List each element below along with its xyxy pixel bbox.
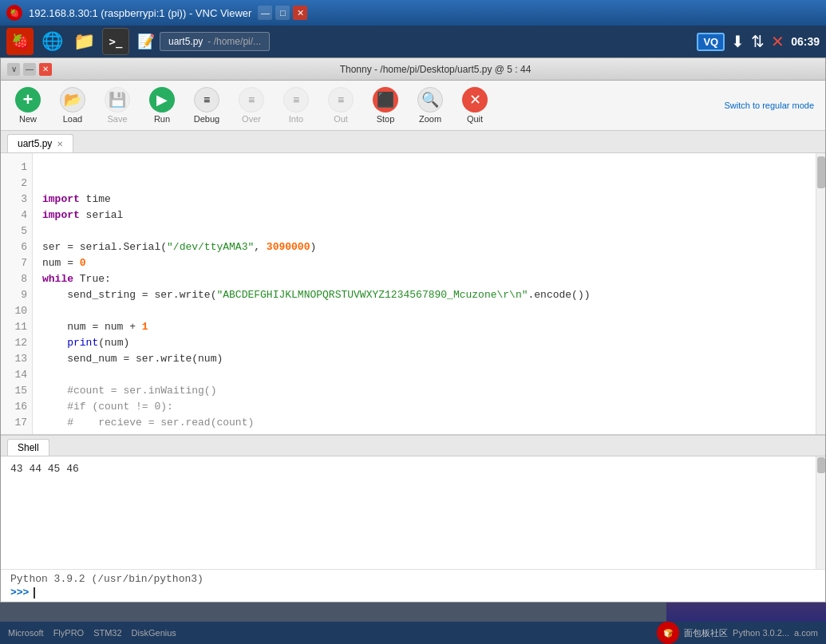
taskbar-raspberry-icon[interactable]: 🍓 <box>6 28 34 55</box>
shell-tab[interactable]: Shell <box>7 439 49 456</box>
thonny-titlebar: ∨ — ✕ Thonny - /home/pi/Desktop/uart5.py… <box>1 58 825 81</box>
shell-bottom: Python 3.9.2 (/usr/bin/python3) >>> <box>1 569 825 602</box>
taskbar-folder-icon[interactable]: 📁 <box>70 28 97 55</box>
thonny-collapse-btn[interactable]: ∨ <box>7 63 20 76</box>
bottom-item-diskgenius[interactable]: DiskGenius <box>132 628 176 638</box>
new-button[interactable]: + New <box>7 84 49 127</box>
bottom-item-stm32[interactable]: STM32 <box>93 628 121 638</box>
taskbar-terminal-icon[interactable]: >_ <box>102 28 129 55</box>
vnc-titlebar: 🍓 192.168.8.30:1 (raspberrypi:1 (pi)) - … <box>0 0 826 26</box>
vnc-badge: VQ <box>697 33 725 51</box>
switch-mode-button[interactable]: Switch to regular mode <box>720 99 820 112</box>
python-version-bottom: Python 3.0.2... <box>733 628 789 638</box>
thonny-minimize-btn[interactable]: — <box>23 63 36 76</box>
python-version: Python 3.9.2 (/usr/bin/python3) <box>10 573 816 585</box>
over-button[interactable]: ≡ Over <box>231 84 272 127</box>
debug-button[interactable]: ≡ Debug <box>186 84 227 127</box>
shell-output[interactable]: 43 44 45 46 <box>1 456 816 569</box>
editor-scrollbar-thumb[interactable] <box>817 156 825 188</box>
zoom-button[interactable]: 🔍 Zoom <box>409 84 451 127</box>
shell-tab-bar: Shell <box>1 436 825 456</box>
taskbar-thonny-item[interactable]: 📝 uart5.py - /home/pi/... <box>137 32 270 51</box>
editor-area: 1 2 3 4 5 6 7 8 9 10 11 12 13 14 15 16 1… <box>1 153 825 434</box>
stop-button[interactable]: ⬛ Stop <box>365 84 406 127</box>
thonny-close-btn[interactable]: ✕ <box>39 63 52 76</box>
vnc-raspberry-icon: 🍓 <box>6 5 22 21</box>
thonny-win-buttons: ∨ — ✕ <box>7 63 52 76</box>
taskbar-thonny-label[interactable]: uart5.py - /home/pi/... <box>160 32 270 51</box>
watermark-site: 面包板社区 <box>684 627 728 639</box>
quit-button[interactable]: ✕ Quit <box>454 84 496 127</box>
run-button[interactable]: ▶ Run <box>141 84 183 127</box>
editor-tab-bar: uart5.py ✕ <box>1 131 825 153</box>
thonny-window: ∨ — ✕ Thonny - /home/pi/Desktop/uart5.py… <box>0 57 826 603</box>
into-button[interactable]: ≡ Into <box>275 84 317 127</box>
toolbar: + New 📂 Load 💾 Save ▶ Run ≡ Debug <box>1 81 825 131</box>
shell-scrollbar[interactable] <box>816 456 825 569</box>
taskbar-globe-icon[interactable]: 🌐 <box>38 28 65 55</box>
line-numbers: 1 2 3 4 5 6 7 8 9 10 11 12 13 14 15 16 1… <box>1 153 33 434</box>
shell-content: 43 44 45 46 <box>1 456 825 569</box>
download-icon: ⬇ <box>731 32 745 51</box>
site-url: a.com <box>794 628 818 638</box>
thonny-title: Thonny - /home/pi/Desktop/uart5.py @ 5 :… <box>52 64 819 75</box>
load-button[interactable]: 📂 Load <box>52 84 93 127</box>
editor-scrollbar[interactable] <box>816 153 825 434</box>
vnc-close-btn[interactable]: ✕ <box>293 6 307 20</box>
cursor <box>34 587 35 599</box>
taskbar-time: 06:39 <box>791 35 820 48</box>
bottom-item-microsoft[interactable]: Microsoft <box>8 628 44 638</box>
taskbar-right: VQ ⬇ ⇅ ✕ 06:39 <box>697 32 820 51</box>
vnc-window-buttons: — □ ✕ <box>258 6 307 20</box>
editor-tab-uart5[interactable]: uart5.py ✕ <box>7 134 73 152</box>
shell-prompt: >>> <box>10 587 29 599</box>
shell-scrollbar-thumb[interactable] <box>817 457 825 473</box>
watermark-logo: 🍞 <box>657 622 679 644</box>
save-button[interactable]: 💾 Save <box>97 84 138 127</box>
transfer-icon: ⇅ <box>751 32 765 51</box>
vnc-title: 192.168.8.30:1 (raspberrypi:1 (pi)) - VN… <box>29 7 251 19</box>
out-button[interactable]: ≡ Out <box>320 84 362 127</box>
bottom-item-flypro[interactable]: FlyPRO <box>53 628 85 638</box>
tab-close-btn[interactable]: ✕ <box>57 140 63 148</box>
code-editor[interactable]: import time import serial ser = serial.S… <box>33 153 816 434</box>
shell-container: Shell 43 44 45 46 Python 3.9.2 (/usr/bin… <box>1 434 825 602</box>
disconnect-icon: ✕ <box>771 32 785 51</box>
vnc-minimize-btn[interactable]: — <box>258 6 272 20</box>
bottom-taskbar: Microsoft FlyPRO STM32 DiskGenius 🍞 面包板社… <box>0 622 826 644</box>
vnc-maximize-btn[interactable]: □ <box>275 6 290 20</box>
taskbar: 🍓 🌐 📁 >_ 📝 uart5.py - /home/pi/... VQ ⬇ … <box>0 26 826 57</box>
